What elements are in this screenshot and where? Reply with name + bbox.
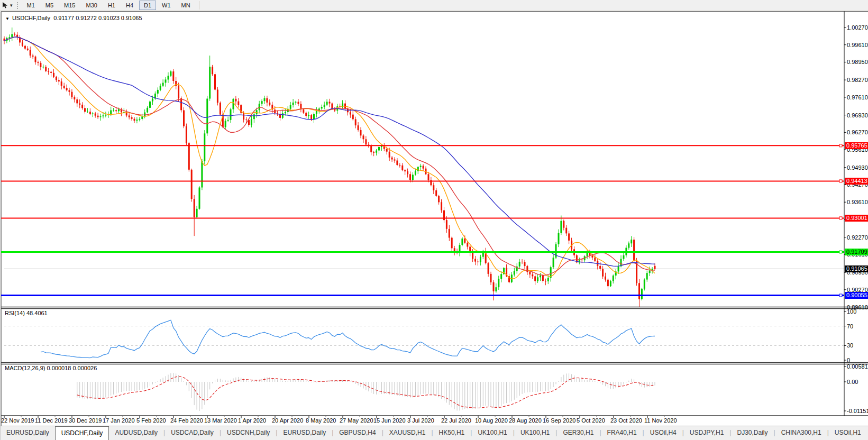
chart-tab-usdjpy-h1[interactable]: USDJPY,H1 — [684, 426, 729, 440]
rsi-axis-label: 100 — [847, 308, 856, 315]
timeframe-button-m30[interactable]: M30 — [81, 1, 102, 10]
symbol-name: USDCHF,Daily — [12, 15, 50, 21]
price-axis-label: 0.94930 — [847, 164, 868, 171]
hline-handle-0.94413[interactable] — [839, 180, 842, 182]
top-toolbar: ▾ M1M5M15M30H1H4D1W1MN — [0, 0, 868, 11]
timeframe-toolbar: M1M5M15M30H1H4D1W1MN — [22, 1, 196, 10]
chart-tab-bar: EURUSD,DailyUSDCHF,DailyAUDUSD,Daily|USD… — [0, 426, 868, 440]
price-tag-0.95765: 0.95765 — [845, 142, 868, 149]
chart-tab-audusd-daily[interactable]: AUDUSD,Daily — [109, 426, 163, 440]
rsi-axis-label: 70 — [847, 323, 853, 329]
chart-tab-fra40-h1[interactable]: FRA40,H1 — [601, 426, 643, 440]
date-label: 15 Jun 2020 — [373, 417, 406, 424]
date-label: 5 Oct 2020 — [577, 417, 605, 424]
current-price-tag: 0.91065 — [845, 265, 868, 272]
hline-handle-0.90055[interactable] — [839, 294, 842, 297]
date-label: 23 Oct 2020 — [610, 417, 642, 424]
rsi-indicator-label: RSI(14) 48.4061 — [5, 310, 48, 316]
macd-indicator-label: MACD(12,26,9) 0.000018 0.000026 — [5, 365, 97, 371]
macd-histogram — [77, 373, 655, 411]
rsi-value: 48.4061 — [26, 310, 48, 316]
price-axis-label: 0.98270 — [847, 77, 868, 83]
date-label: 11 Nov 2020 — [644, 417, 677, 424]
candlesticks — [4, 28, 656, 307]
chart-tab-ger30-h1[interactable]: GER30,H1 — [557, 426, 599, 440]
chart-tab-usoil-h4[interactable]: USOil,H4 — [644, 426, 682, 440]
price-tag-0.94413: 0.94413 — [845, 178, 868, 185]
mt4-terminal: ▾ M1M5M15M30H1H4D1W1MN ▼USDCHF,Daily 0.9… — [0, 0, 868, 440]
date-label: 20 Apr 2020 — [272, 417, 303, 424]
toolbar-separator — [199, 1, 199, 10]
chart-tab-usdchf-daily[interactable]: USDCHF,Daily — [55, 426, 109, 440]
chart-tab-dj30-daily[interactable]: DJ30,Daily — [731, 426, 773, 440]
ma-mid-line — [4, 37, 655, 275]
date-label: 1 Apr 2020 — [238, 417, 266, 424]
macd-axis-label: 0.00 — [847, 379, 858, 385]
price-tag-0.91709: 0.91709 — [845, 249, 868, 255]
timeframe-button-mn[interactable]: MN — [177, 1, 195, 10]
timeframe-button-d1[interactable]: D1 — [139, 1, 156, 10]
chart-window: ▼USDCHF,Daily 0.91177 0.91272 0.91023 0.… — [0, 11, 868, 426]
date-label: 17 Jan 2020 — [103, 417, 135, 424]
price-axis-label: 0.99610 — [847, 42, 868, 48]
date-label: 13 Mar 2020 — [204, 417, 237, 424]
macd-axis-label: 0.005818 — [847, 363, 868, 370]
rsi-axis-label: 0 — [847, 357, 850, 363]
macd-name: MACD(12,26,9) — [5, 365, 45, 371]
cursor-tool-dropdown-icon[interactable]: ▾ — [10, 3, 13, 8]
price-axis-label: 0.92270 — [847, 234, 868, 241]
date-label: 16 Sep 2020 — [543, 417, 575, 424]
collapse-icon[interactable]: ▼ — [5, 16, 10, 21]
price-tag-0.93001: 0.93001 — [845, 215, 868, 222]
toolbar-grip[interactable] — [17, 2, 18, 9]
macd-signal-line — [77, 377, 655, 408]
hline-handle-0.95765[interactable] — [839, 144, 842, 147]
chart-tab-uk100-h1[interactable]: UK100,H1 — [515, 426, 555, 440]
chart-tab-gbpusd-h4[interactable]: GBPUSD,H4 — [333, 426, 381, 440]
timeframe-button-h1[interactable]: H1 — [103, 1, 120, 10]
date-label: 10 Aug 2020 — [475, 417, 508, 424]
price-tag-0.90055: 0.90055 — [845, 292, 868, 299]
chart-tab-usdcad-daily[interactable]: USDCAD,Daily — [165, 426, 220, 440]
timeframe-button-w1[interactable]: W1 — [157, 1, 176, 10]
rsi-line — [41, 320, 655, 358]
chart-tab-usoil-h1[interactable]: USOil,H1 — [829, 426, 867, 440]
rsi-axis-label: 30 — [847, 342, 853, 349]
chart-canvas[interactable] — [0, 11, 868, 426]
macd-values: 0.000018 0.000026 — [47, 365, 97, 371]
hline-handle-0.91709[interactable] — [839, 251, 842, 253]
date-label: 27 May 2020 — [340, 417, 373, 424]
date-label: 8 May 2020 — [306, 417, 336, 424]
ohlc-values: 0.91177 0.91272 0.91023 0.91065 — [53, 15, 142, 21]
timeframe-button-m1[interactable]: M1 — [22, 1, 40, 10]
chart-tab-uk100-h1[interactable]: UK100,H1 — [472, 426, 513, 440]
timeframe-button-m5[interactable]: M5 — [41, 1, 58, 10]
price-axis-label: 0.93610 — [847, 199, 868, 205]
macd-axis-label: -0.011514 — [847, 408, 868, 414]
timeframe-button-h4[interactable]: H4 — [121, 1, 138, 10]
date-label: 22 Nov 2019 — [1, 417, 34, 424]
date-label: 30 Dec 2019 — [69, 417, 102, 424]
chart-tab-eurusd-daily[interactable]: EURUSD,Daily — [1, 426, 55, 440]
cursor-tool-icon[interactable] — [2, 2, 9, 9]
date-label: 28 Aug 2020 — [509, 417, 542, 424]
timeframe-button-m15[interactable]: M15 — [59, 1, 80, 10]
date-label: 3 Jul 2020 — [407, 417, 434, 424]
chart-tab-usdcnh-daily[interactable]: USDCNH,Daily — [221, 426, 276, 440]
date-label: 22 Jul 2020 — [441, 417, 471, 424]
price-axis-label: 0.96930 — [847, 112, 868, 118]
chart-tab-eurusd-daily[interactable]: EURUSD,Daily — [277, 426, 332, 440]
hline-handle-0.93001[interactable] — [839, 217, 842, 219]
price-axis-label: 0.97610 — [847, 94, 868, 100]
rsi-name: RSI(14) — [5, 310, 25, 316]
chart-tab-hk50-h1[interactable]: HK50,H1 — [433, 426, 471, 440]
date-label: 5 Feb 2020 — [136, 417, 166, 424]
ma-fast-line — [4, 37, 655, 279]
chart-tab-xauusd-h1[interactable]: XAUUSD,H1 — [383, 426, 432, 440]
ma-slow-line — [4, 37, 655, 266]
date-label: 11 Dec 2019 — [35, 417, 68, 424]
chart-tab-china300-h1[interactable]: CHINA300,H1 — [775, 426, 827, 440]
price-axis-label: 1.00270 — [847, 24, 868, 31]
price-axis-label: 0.96270 — [847, 129, 868, 135]
tabs-host: EURUSD,DailyUSDCHF,DailyAUDUSD,Daily|USD… — [1, 426, 867, 440]
